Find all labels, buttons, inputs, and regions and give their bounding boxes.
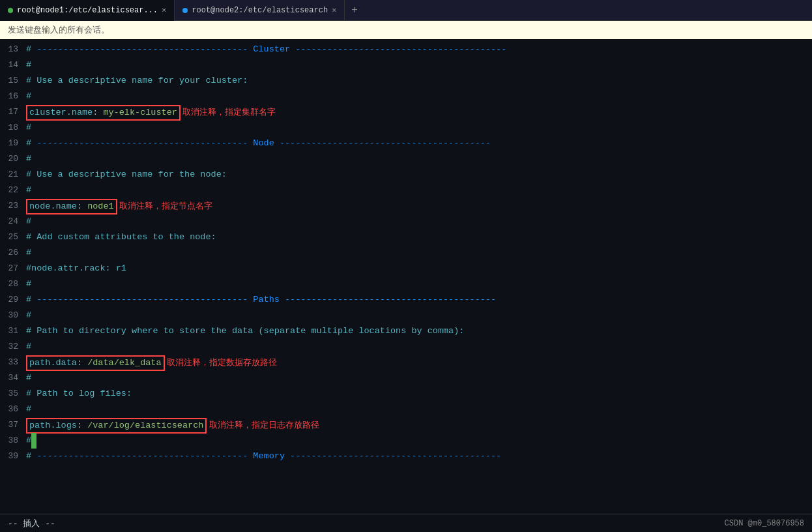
status-attribution: CSDN @m0_58076958: [725, 519, 804, 528]
line-content-25: # Add custom attributes to the node:: [26, 229, 812, 245]
code-line-21: 21 # Use a descriptive name for the node…: [0, 167, 812, 183]
line-num-14: 14: [0, 57, 26, 73]
line-num-21: 21: [0, 167, 26, 183]
line-content-23: node.name: node1 取消注释，指定节点名字: [26, 198, 812, 214]
line-num-15: 15: [0, 73, 26, 89]
code-line-20: 20 #: [0, 151, 812, 167]
line-content-29: # --------------------------------------…: [26, 292, 812, 308]
line-content-38: #: [26, 433, 812, 449]
line-content-26: #: [26, 245, 812, 261]
tab-add-icon: +: [351, 5, 358, 16]
code-line-16: 16 #: [0, 89, 812, 104]
line-content-16: #: [26, 89, 812, 104]
code-line-26: 26 #: [0, 245, 812, 261]
tab-node2-label: root@node2:/etc/elasticsearch: [192, 6, 328, 15]
code-line-31: 31 # Path to directory where to store th…: [0, 323, 812, 339]
code-line-24: 24 #: [0, 214, 812, 229]
notify-text: 发送键盘输入的所有会话。: [8, 24, 109, 36]
line-num-24: 24: [0, 214, 26, 229]
code-area: 13 # -----------------------------------…: [0, 39, 812, 467]
line-num-20: 20: [0, 151, 26, 167]
line-num-22: 22: [0, 183, 26, 198]
line-num-13: 13: [0, 42, 26, 57]
code-line-39: 39 # -----------------------------------…: [0, 449, 812, 464]
line-num-25: 25: [0, 229, 26, 245]
status-bar: -- 插入 -- CSDN @m0_58076958: [0, 514, 812, 532]
line-content-18: #: [26, 120, 812, 136]
code-line-33: 33 path.data: /data/elk_data 取消注释，指定数据存放…: [0, 355, 812, 370]
line-content-34: #: [26, 370, 812, 386]
line-num-35: 35: [0, 386, 26, 402]
line-content-31: # Path to directory where to store the d…: [26, 323, 812, 339]
line-content-22: #: [26, 183, 812, 198]
line-content-24: #: [26, 214, 812, 229]
code-line-15: 15 # Use a descriptive name for your clu…: [0, 73, 812, 89]
line-num-18: 18: [0, 120, 26, 136]
tab-node1-close[interactable]: ✕: [162, 5, 166, 15]
code-line-34: 34 #: [0, 370, 812, 386]
code-line-28: 28 #: [0, 276, 812, 292]
code-line-13: 13 # -----------------------------------…: [0, 42, 812, 57]
line-content-39: # --------------------------------------…: [26, 449, 812, 464]
code-line-29: 29 # -----------------------------------…: [0, 292, 812, 308]
code-line-18: 18 #: [0, 120, 812, 136]
tab-node2[interactable]: root@node2:/etc/elasticsearch ✕: [175, 0, 345, 21]
code-line-17: 17 cluster.name: my-elk-cluster 取消注释，指定集…: [0, 104, 812, 120]
line-content-37: path.logs: /var/log/elasticsearch 取消注释，指…: [26, 417, 812, 434]
line-content-32: #: [26, 339, 812, 355]
code-line-35: 35 # Path to log files:: [0, 386, 812, 402]
status-insert-mode: -- 插入 --: [8, 518, 55, 529]
line-num-37: 37: [0, 417, 26, 433]
line-num-27: 27: [0, 261, 26, 276]
code-line-32: 32 #: [0, 339, 812, 355]
tab-bar: root@node1:/etc/elasticsear... ✕ root@no…: [0, 0, 812, 21]
line-content-19: # --------------------------------------…: [26, 136, 812, 151]
line-num-29: 29: [0, 292, 26, 308]
tab-node1-label: root@node1:/etc/elasticsear...: [17, 6, 158, 15]
line-num-30: 30: [0, 308, 26, 323]
tab-node1-indicator: [8, 8, 13, 13]
line-num-39: 39: [0, 449, 26, 464]
code-line-19: 19 # -----------------------------------…: [0, 136, 812, 151]
line-num-36: 36: [0, 402, 26, 417]
line-content-21: # Use a descriptive name for the node:: [26, 167, 812, 183]
line-content-14: #: [26, 57, 812, 73]
line-num-16: 16: [0, 89, 26, 104]
line-content-20: #: [26, 151, 812, 167]
line-content-15: # Use a descriptive name for your cluste…: [26, 73, 812, 89]
line-num-33: 33: [0, 355, 26, 370]
code-line-22: 22 #: [0, 183, 812, 198]
tab-node2-indicator: [182, 8, 188, 13]
tab-node1[interactable]: root@node1:/etc/elasticsear... ✕: [0, 0, 175, 21]
line-num-26: 26: [0, 245, 26, 261]
code-line-30: 30 #: [0, 308, 812, 323]
code-line-14: 14 #: [0, 57, 812, 73]
code-line-38: 38 #: [0, 433, 812, 449]
line-num-38: 38: [0, 433, 26, 449]
line-num-17: 17: [0, 104, 26, 120]
code-line-37: 37 path.logs: /var/log/elasticsearch 取消注…: [0, 417, 812, 433]
line-content-28: #: [26, 276, 812, 292]
code-line-36: 36 #: [0, 402, 812, 417]
tab-add-button[interactable]: +: [345, 5, 364, 16]
line-num-32: 32: [0, 339, 26, 355]
code-line-25: 25 # Add custom attributes to the node:: [0, 229, 812, 245]
line-num-23: 23: [0, 198, 26, 214]
line-num-34: 34: [0, 370, 26, 386]
line-content-33: path.data: /data/elk_data 取消注释，指定数据存放路径: [26, 355, 812, 371]
notify-bar: 发送键盘输入的所有会话。: [0, 21, 812, 39]
code-line-23: 23 node.name: node1 取消注释，指定节点名字: [0, 198, 812, 214]
line-content-13: # --------------------------------------…: [26, 42, 812, 57]
line-num-31: 31: [0, 323, 26, 339]
code-line-27: 27 #node.attr.rack: r1: [0, 261, 812, 276]
line-content-35: # Path to log files:: [26, 386, 812, 402]
line-num-19: 19: [0, 136, 26, 151]
tab-node2-close[interactable]: ✕: [332, 5, 336, 15]
line-content-30: #: [26, 308, 812, 323]
line-content-17: cluster.name: my-elk-cluster 取消注释，指定集群名字: [26, 104, 812, 121]
line-content-27: #node.attr.rack: r1: [26, 261, 812, 276]
line-num-28: 28: [0, 276, 26, 292]
line-content-36: #: [26, 402, 812, 417]
